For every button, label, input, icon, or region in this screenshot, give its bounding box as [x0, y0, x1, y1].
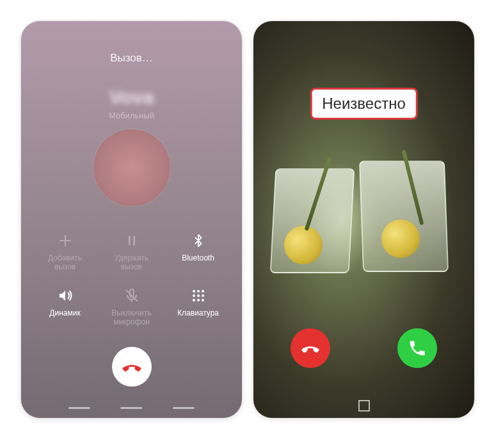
phone-hangup-icon — [300, 338, 321, 358]
hold-call-label: Удержать вызов — [115, 253, 148, 272]
add-call-button[interactable]: Добавить вызов — [33, 232, 97, 283]
phone-outgoing-call: Вызов… Vova Мобильный Добавить вызов Уде… — [20, 20, 243, 419]
incoming-caller-label: Неизвестно — [310, 88, 418, 120]
accept-call-button[interactable] — [397, 328, 437, 368]
svg-point-8 — [202, 290, 204, 292]
bluetooth-icon — [189, 232, 207, 250]
svg-point-9 — [193, 294, 195, 297]
caller-type: Мобильный — [109, 111, 154, 120]
decline-call-button[interactable] — [291, 328, 330, 368]
svg-point-12 — [193, 299, 195, 301]
speaker-icon — [56, 287, 74, 305]
hold-call-button[interactable]: Удержать вызов — [100, 232, 164, 283]
end-call-button[interactable] — [112, 347, 152, 387]
svg-point-10 — [197, 294, 200, 297]
keypad-label: Клавиатура — [177, 308, 219, 317]
keypad-icon — [189, 287, 207, 305]
system-nav-bar — [21, 403, 242, 413]
speaker-label: Динамик — [49, 308, 80, 317]
caller-avatar — [93, 129, 170, 206]
plus-icon — [56, 232, 74, 250]
mute-label: Выключить микрофон — [111, 308, 151, 327]
bg-lemon — [284, 226, 323, 264]
system-nav-bar — [253, 400, 474, 412]
nav-home[interactable] — [120, 407, 142, 409]
add-call-label: Добавить вызов — [48, 253, 82, 272]
call-status: Вызов… — [110, 52, 153, 65]
incoming-call-screen: Неизвестно — [253, 21, 474, 418]
svg-point-13 — [197, 299, 200, 301]
svg-point-11 — [202, 294, 204, 297]
nav-back[interactable] — [68, 407, 90, 409]
pause-icon — [123, 232, 141, 250]
phone-hangup-icon — [121, 356, 143, 378]
mute-button[interactable]: Выключить микрофон — [100, 287, 164, 338]
svg-point-14 — [202, 299, 204, 301]
nav-home[interactable] — [358, 400, 370, 412]
bg-lemon — [381, 220, 420, 258]
phone-incoming-call: Неизвестно — [253, 20, 475, 419]
call-controls-grid: Добавить вызов Удержать вызов Bluetooth … — [33, 232, 230, 338]
call-screen: Вызов… Vova Мобильный Добавить вызов Уде… — [21, 21, 242, 418]
phone-icon — [408, 339, 427, 358]
bluetooth-button[interactable]: Bluetooth — [166, 232, 230, 283]
svg-point-7 — [197, 290, 200, 292]
caller-name: Vova — [109, 86, 154, 108]
keypad-button[interactable]: Клавиатура — [166, 287, 230, 338]
mic-off-icon — [123, 287, 141, 305]
svg-point-6 — [193, 290, 195, 292]
speaker-button[interactable]: Динамик — [33, 287, 97, 338]
nav-recents[interactable] — [173, 407, 195, 409]
bluetooth-label: Bluetooth — [182, 253, 214, 262]
